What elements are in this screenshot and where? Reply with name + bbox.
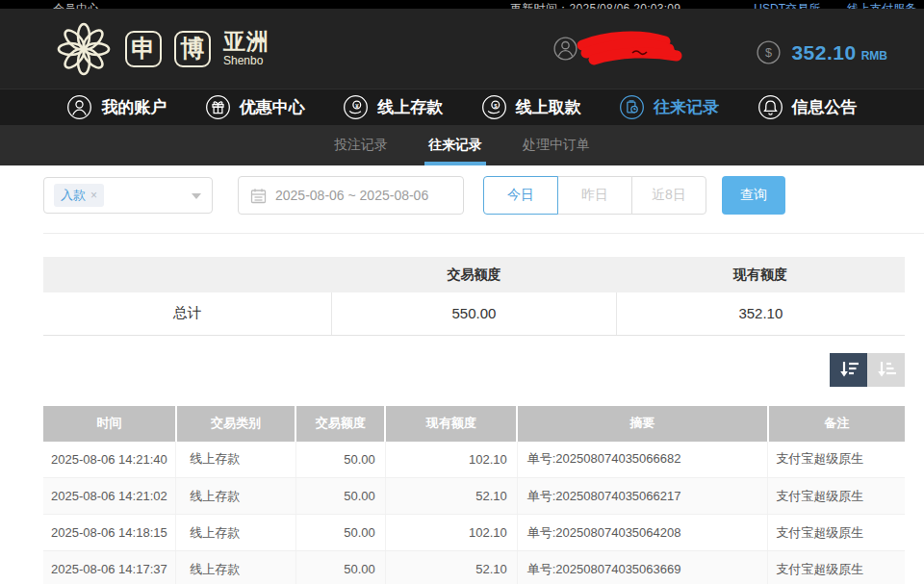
redacted-username <box>580 28 686 70</box>
cell-amount: 50.00 <box>295 551 385 584</box>
summary-header-balance: 现有额度 <box>616 257 905 292</box>
record-subtabs: 投注记录 往来记录 处理中订单 <box>0 125 924 165</box>
transaction-type-select[interactable]: 入款 × <box>43 177 213 214</box>
deposit-icon: ¥ <box>343 94 369 120</box>
col-note: 备注 <box>768 406 905 442</box>
sort-ascending-button[interactable] <box>867 353 905 387</box>
balance-amount: 352.10 <box>791 41 856 64</box>
cell-time: 2025-08-06 14:17:37 <box>43 551 176 584</box>
table-row: 2025-08-06 14:21:40 线上存款 50.00 102.10 单号… <box>43 442 905 478</box>
nav-deposit[interactable]: ¥ 线上存款 <box>343 94 443 120</box>
withdraw-icon: $ <box>481 94 507 120</box>
update-time: 更新时间：2025/08/06 20:03:09 <box>510 1 680 9</box>
table-row: 2025-08-06 14:17:37 线上存款 50.00 52.10 单号:… <box>43 551 905 584</box>
today-button[interactable]: 今日 <box>483 176 558 215</box>
records-header-row: 时间 交易类别 交易额度 现有额度 摘要 备注 <box>43 406 905 442</box>
tab-transaction-records[interactable]: 往来记录 <box>426 125 484 165</box>
yesterday-button[interactable]: 昨日 <box>557 176 632 215</box>
cell-time: 2025-08-06 14:21:02 <box>43 478 176 515</box>
user-icon <box>66 94 92 120</box>
last8days-button[interactable]: 近8日 <box>631 176 706 215</box>
top-utility-bar: 会员中心 更新时间：2025/08/06 20:03:09 USDT交易所 线上… <box>0 0 924 9</box>
dollar-coin-icon: $ <box>756 39 782 65</box>
usdt-link[interactable]: USDT交易所 <box>754 1 820 9</box>
brand-header: 申 博 亚洲 Shenbo <box>0 9 924 89</box>
nav-promotions[interactable]: 优惠中心 <box>205 94 305 120</box>
cell-balance: 102.10 <box>385 442 517 478</box>
cell-note: 支付宝超级原生 <box>768 478 905 515</box>
cell-balance: 102.10 <box>385 515 517 551</box>
cell-type: 线上存款 <box>176 442 295 478</box>
cell-amount: 50.00 <box>295 478 385 515</box>
main-navigation: 我的账户 优惠中心 ¥ 线上存款 <box>0 89 924 125</box>
records-table: 时间 交易类别 交易额度 现有额度 摘要 备注 2025-08-06 14:21… <box>43 406 905 584</box>
filter-bar: 入款 × 2025-08-06 ~ 2025-08-06 今日 昨日 <box>43 176 905 215</box>
table-row: 2025-08-06 14:21:02 线上存款 50.00 52.10 单号:… <box>43 478 905 515</box>
cell-type: 线上存款 <box>176 515 295 551</box>
col-balance: 现有额度 <box>385 406 517 442</box>
content-area: 入款 × 2025-08-06 ~ 2025-08-06 今日 昨日 <box>0 165 924 584</box>
date-range-input[interactable]: 2025-08-06 ~ 2025-08-06 <box>238 176 464 215</box>
tab-pending-orders[interactable]: 处理中订单 <box>521 125 592 165</box>
cell-amount: 50.00 <box>295 442 385 478</box>
summary-trade-total: 550.00 <box>332 292 616 335</box>
cell-time: 2025-08-06 14:21:40 <box>43 442 176 478</box>
col-amount: 交易额度 <box>295 406 385 442</box>
summary-header-row: 交易额度 现有额度 <box>43 257 905 292</box>
cell-balance: 52.10 <box>385 551 517 584</box>
balance-currency: RMB <box>861 49 887 63</box>
cell-note: 支付宝超级原生 <box>768 515 905 551</box>
nav-my-account[interactable]: 我的账户 <box>66 94 167 120</box>
type-tag-deposit: 入款 × <box>54 184 104 207</box>
cell-summary: 单号:202508074035064208 <box>517 515 767 551</box>
sort-controls <box>43 353 905 387</box>
nav-announcements[interactable]: 信息公告 <box>757 94 858 120</box>
summary-header-empty <box>43 257 332 292</box>
cell-summary: 单号:202508074035066682 <box>517 442 767 478</box>
col-type: 交易类别 <box>176 406 295 442</box>
summary-total-label: 总计 <box>43 292 332 335</box>
table-row: 2025-08-06 14:18:15 线上存款 50.00 102.10 单号… <box>43 515 905 551</box>
cell-time: 2025-08-06 14:18:15 <box>43 515 176 551</box>
bell-icon <box>757 94 783 120</box>
nav-transaction-records[interactable]: 往来记录 <box>619 94 719 120</box>
cell-type: 线上存款 <box>176 478 295 515</box>
wallet-balance[interactable]: $ 352.10 RMB <box>756 34 887 64</box>
nav-withdraw[interactable]: $ 线上取款 <box>481 94 581 120</box>
summary-total-row: 总计 550.00 352.10 <box>43 292 905 335</box>
cell-summary: 单号:202508074035063669 <box>517 551 767 584</box>
gift-icon <box>205 94 231 120</box>
cell-type: 线上存款 <box>176 551 295 584</box>
quick-date-group: 今日 昨日 近8日 <box>483 176 706 215</box>
cell-note: 支付宝超级原生 <box>768 442 905 478</box>
logo-asia-text: 亚洲 <box>223 31 270 53</box>
site-logo[interactable]: 申 博 亚洲 Shenbo <box>56 21 270 77</box>
cell-balance: 52.10 <box>385 478 517 515</box>
member-center-link[interactable]: 会员中心 <box>53 1 99 9</box>
cell-amount: 50.00 <box>295 515 385 551</box>
divider <box>43 233 924 234</box>
cell-note: 支付宝超级原生 <box>768 551 905 584</box>
red-scribble <box>573 30 684 70</box>
summary-balance-total: 352.10 <box>616 292 905 335</box>
online-pay-link[interactable]: 线上支付服务 <box>847 1 916 9</box>
svg-text:$: $ <box>765 46 772 60</box>
sort-desc-icon <box>838 360 860 379</box>
calendar-icon <box>250 188 267 204</box>
logo-char-shen: 申 <box>125 31 162 67</box>
tab-betting-records[interactable]: 投注记录 <box>332 125 390 165</box>
cell-summary: 单号:202508074035066217 <box>517 478 767 515</box>
svg-text:$: $ <box>494 103 498 109</box>
remove-tag-icon[interactable]: × <box>90 189 97 202</box>
date-range-value: 2025-08-06 ~ 2025-08-06 <box>275 188 428 203</box>
logo-char-bo: 博 <box>174 31 211 67</box>
logo-name-en: Shenbo <box>223 55 270 66</box>
sort-asc-icon <box>876 360 897 379</box>
sort-descending-button[interactable] <box>830 353 867 387</box>
chevron-down-icon <box>192 193 201 199</box>
col-time: 时间 <box>43 406 176 442</box>
flower-logo-icon <box>56 21 112 77</box>
col-summary: 摘要 <box>517 406 767 442</box>
summary-table: 交易额度 现有额度 总计 550.00 352.10 <box>43 257 905 336</box>
search-button[interactable]: 查询 <box>722 176 785 215</box>
